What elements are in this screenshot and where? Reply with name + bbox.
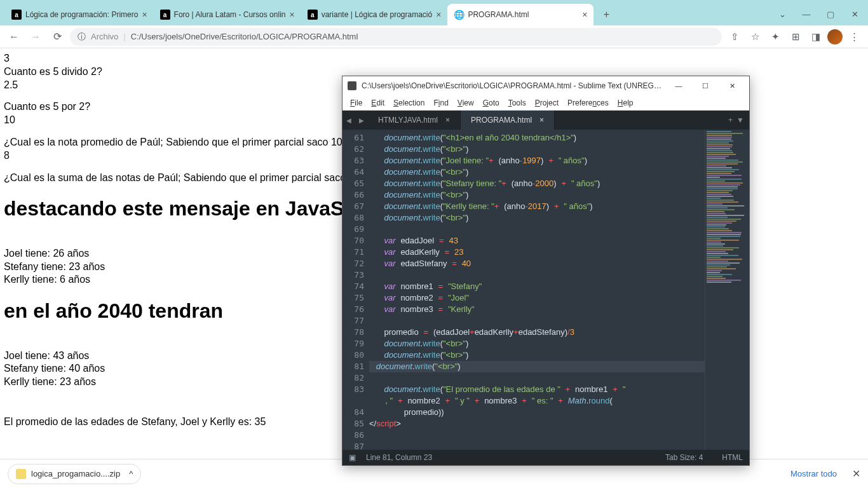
close-icon[interactable]: × <box>582 10 587 20</box>
browser-toolbar: ← → ⟳ ⓘ Archivo | C:/Users/joels/OneDriv… <box>0 25 868 48</box>
menu-view[interactable]: View <box>454 97 478 109</box>
menu-help[interactable]: Help <box>614 97 637 109</box>
close-icon[interactable]: ✕ <box>720 79 744 93</box>
star-icon[interactable]: ☆ <box>746 28 764 46</box>
minimize-icon[interactable]: — <box>667 79 691 93</box>
minimize-icon[interactable]: — <box>797 6 816 22</box>
maximize-icon[interactable]: ▢ <box>821 6 840 22</box>
sidebar-toggle-icon[interactable]: ▣ <box>349 453 356 462</box>
menu-icon[interactable]: ⋮ <box>845 28 863 46</box>
menu-file[interactable]: File <box>346 97 366 109</box>
status-tabsize[interactable]: Tab Size: 4 <box>665 453 703 462</box>
menu-selection[interactable]: Selection <box>390 97 428 109</box>
statusbar: ▣ Line 81, Column 23 Tab Size: 4 HTML <box>342 450 749 465</box>
maximize-icon[interactable]: ☐ <box>693 79 717 93</box>
back-button[interactable]: ← <box>5 28 23 46</box>
new-tab-button[interactable]: + <box>597 6 615 24</box>
browser-tabstrip: aLógica de programación: Primero× aForo … <box>0 0 868 25</box>
download-item[interactable]: logica_progamacio....zip ^ <box>8 464 141 484</box>
sublime-tabstrip: ◀ ▶ HTMLYJAVA.html× PROGRAMA.html× +▼ <box>342 111 749 130</box>
text: 3 <box>4 52 864 65</box>
close-icon[interactable]: × <box>445 116 450 125</box>
globe-icon: 🌐 <box>454 10 464 20</box>
chevron-down-icon[interactable]: ⌄ <box>773 6 792 22</box>
menu-edit[interactable]: Edit <box>367 97 388 109</box>
extensions-icon[interactable]: ✦ <box>766 28 784 46</box>
info-icon: ⓘ <box>78 31 86 43</box>
close-icon[interactable]: × <box>289 10 294 20</box>
minimap[interactable] <box>705 130 749 450</box>
close-icon[interactable]: × <box>142 10 147 20</box>
browser-tab[interactable]: avariante | Lógica de programació× <box>301 4 448 25</box>
reload-button[interactable]: ⟳ <box>48 28 66 46</box>
menu-project[interactable]: Project <box>531 97 562 109</box>
tab-menu-icon[interactable]: ▼ <box>736 116 744 125</box>
browser-tab-active[interactable]: 🌐PROGRAMA.html× <box>447 4 593 25</box>
sublime-window: C:\Users\joels\OneDrive\Escritorio\LOGIC… <box>342 76 750 466</box>
menu-tools[interactable]: Tools <box>505 97 530 109</box>
sublime-logo-icon <box>348 81 356 90</box>
menu-goto[interactable]: Goto <box>479 97 503 109</box>
apps-icon[interactable]: ⊞ <box>787 28 804 46</box>
code-content[interactable]: document.write("<h1>en el año 2040 tendr… <box>369 130 705 450</box>
line-gutter: 6162636465666768697071727374757677787980… <box>342 130 369 450</box>
close-icon[interactable]: × <box>436 10 441 20</box>
tab-next-icon[interactable]: ▶ <box>355 111 368 130</box>
chevron-up-icon[interactable]: ^ <box>129 469 133 478</box>
zip-icon <box>16 469 26 479</box>
sublime-menubar[interactable]: File Edit Selection Find View Goto Tools… <box>342 95 749 111</box>
close-icon[interactable]: ✕ <box>845 6 864 22</box>
editor-tab-active[interactable]: PROGRAMA.html× <box>461 111 555 130</box>
sublime-titlebar[interactable]: C:\Users\joels\OneDrive\Escritorio\LOGIC… <box>342 76 749 95</box>
avatar[interactable] <box>827 29 843 44</box>
add-tab-icon[interactable]: + <box>728 116 733 125</box>
show-all-downloads[interactable]: Mostrar todo <box>790 469 837 478</box>
address-bar[interactable]: ⓘ Archivo | C:/Users/joels/OneDrive/Escr… <box>70 28 722 46</box>
editor-area[interactable]: 6162636465666768697071727374757677787980… <box>342 130 749 450</box>
forward-button[interactable]: → <box>27 28 44 46</box>
browser-tab[interactable]: aLógica de programación: Primero× <box>5 4 154 25</box>
close-icon[interactable]: × <box>539 116 544 125</box>
menu-find[interactable]: Find <box>430 97 452 109</box>
share-icon[interactable]: ⇧ <box>726 28 743 46</box>
editor-tab[interactable]: HTMLYJAVA.html× <box>368 111 461 130</box>
sidepanel-icon[interactable]: ◨ <box>807 28 825 46</box>
browser-tab[interactable]: aForo | Alura Latam - Cursos onlin× <box>154 4 301 25</box>
close-icon[interactable]: ✕ <box>852 468 860 480</box>
status-language[interactable]: HTML <box>722 453 743 462</box>
tab-prev-icon[interactable]: ◀ <box>342 111 355 130</box>
status-cursor: Line 81, Column 23 <box>366 453 432 462</box>
menu-preferences[interactable]: Preferences <box>564 97 613 109</box>
